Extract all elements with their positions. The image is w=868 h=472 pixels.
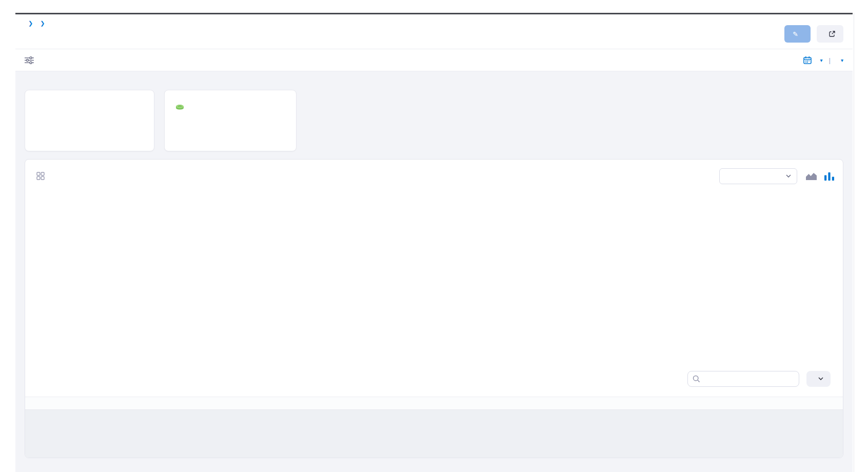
total-cost-card — [25, 90, 154, 151]
groupby-label-wrap — [36, 172, 48, 180]
breadcrumb: ❯ ❯ — [25, 20, 48, 27]
cost-chart — [25, 219, 843, 334]
recommendations-card — [164, 90, 297, 151]
edit-button[interactable]: ✎ — [784, 25, 811, 43]
page-header: ❯ ❯ ✎ — [15, 14, 853, 49]
filter-bar: ▾ | ▾ — [15, 49, 853, 71]
chevron-down-icon — [818, 377, 823, 380]
calendar-icon — [803, 56, 812, 64]
app-window: ❯ ❯ ✎ — [0, 0, 868, 472]
scrollbar-track[interactable] — [854, 13, 868, 472]
chart-plot — [61, 219, 836, 334]
breadcrumb-separator-icon: ❯ — [40, 20, 45, 27]
breadcrumb-separator-icon: ❯ — [28, 20, 33, 27]
grid-icon — [36, 172, 45, 180]
table-toolbar — [25, 367, 843, 390]
chart-slots — [61, 219, 836, 334]
chart-controls — [719, 168, 835, 184]
area-chart-icon[interactable] — [805, 172, 817, 181]
perspective-panel — [25, 159, 843, 458]
header-actions: ✎ — [784, 25, 843, 43]
table-header-row — [25, 397, 843, 410]
chart-legend — [25, 337, 843, 360]
search-input[interactable] — [687, 371, 799, 387]
chart-y-axis — [25, 219, 61, 334]
groupby-row — [25, 160, 843, 189]
search-icon — [693, 375, 700, 383]
money-icon — [175, 102, 185, 110]
summary-cards — [25, 90, 843, 151]
chevron-down-icon[interactable]: ▾ — [841, 57, 843, 63]
chevron-down-icon[interactable]: ▾ — [820, 57, 822, 63]
export-csv-button[interactable] — [817, 25, 843, 43]
search-box — [687, 371, 799, 387]
page-body — [15, 71, 853, 472]
divider: | — [828, 56, 831, 64]
bar-chart-icon[interactable] — [824, 172, 835, 181]
pencil-icon: ✎ — [793, 30, 798, 38]
preferences-dropdown[interactable] — [719, 168, 797, 184]
chevron-down-icon — [786, 174, 791, 178]
page-content: ❯ ❯ ✎ — [15, 14, 853, 472]
external-link-icon — [829, 31, 835, 37]
filter-settings-icon[interactable] — [25, 56, 34, 64]
time-controls: ▾ | ▾ — [803, 56, 843, 64]
columns-button[interactable] — [806, 371, 831, 387]
panel-footer-strip — [25, 410, 843, 458]
